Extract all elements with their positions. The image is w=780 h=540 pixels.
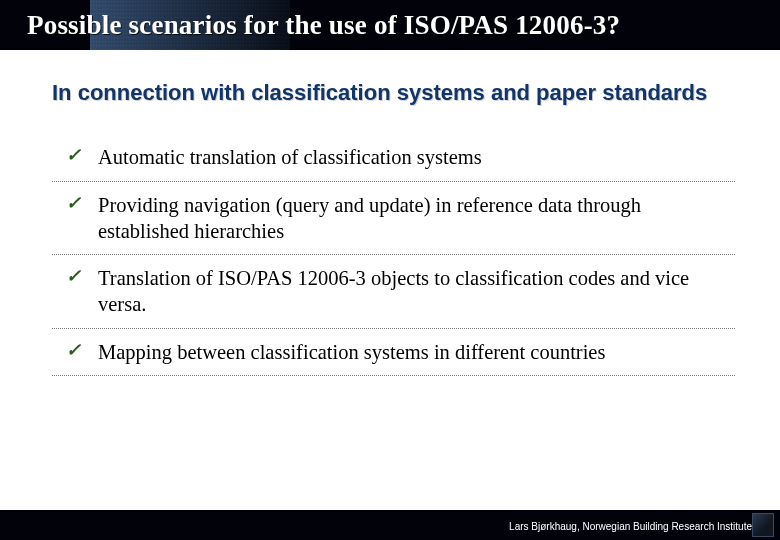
check-icon: ✓ [66,339,81,362]
slide: Possible scenarios for the use of ISO/PA… [0,0,780,540]
check-icon: ✓ [66,265,81,288]
list-item-text: Automatic translation of classification … [98,146,482,168]
list-item: ✓ Automatic translation of classificatio… [52,134,735,181]
footer-bar: Lars Bjørkhaug, Norwegian Building Resea… [0,510,780,540]
list-item-text: Providing navigation (query and update) … [98,194,641,242]
list-item: ✓ Providing navigation (query and update… [52,182,735,255]
check-icon: ✓ [66,144,81,167]
content-area: In connection with classification system… [52,80,735,376]
slide-title: Possible scenarios for the use of ISO/PA… [15,10,620,41]
bullet-list: ✓ Automatic translation of classificatio… [52,134,735,375]
title-bar: Possible scenarios for the use of ISO/PA… [0,0,780,50]
list-item: ✓ Mapping between classification systems… [52,329,735,376]
corner-decoration [752,513,774,537]
footer-text: Lars Bjørkhaug, Norwegian Building Resea… [509,521,752,532]
subtitle: In connection with classification system… [52,80,735,106]
list-item-text: Translation of ISO/PAS 12006-3 objects t… [98,267,689,315]
check-icon: ✓ [66,192,81,215]
list-item-text: Mapping between classification systems i… [98,341,605,363]
list-item: ✓ Translation of ISO/PAS 12006-3 objects… [52,255,735,328]
